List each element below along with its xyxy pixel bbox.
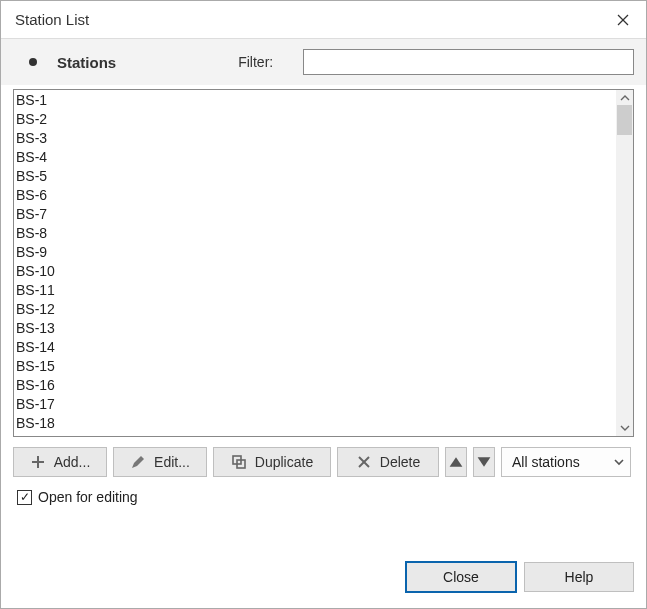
- list-item[interactable]: BS-13: [16, 319, 614, 338]
- duplicate-button-label: Duplicate: [255, 454, 313, 470]
- list-item[interactable]: BS-11: [16, 281, 614, 300]
- plus-icon: [30, 454, 46, 470]
- station-filter-select[interactable]: All stations: [501, 447, 631, 477]
- svg-marker-8: [450, 457, 463, 467]
- delete-button[interactable]: Delete: [337, 447, 439, 477]
- add-button-label: Add...: [54, 454, 91, 470]
- help-button[interactable]: Help: [524, 562, 634, 592]
- list-item[interactable]: BS-18: [16, 414, 614, 433]
- list-item[interactable]: BS-4: [16, 148, 614, 167]
- scroll-track[interactable]: [616, 103, 633, 423]
- move-up-button[interactable]: [445, 447, 467, 477]
- list-item[interactable]: BS-6: [16, 186, 614, 205]
- pencil-icon: [130, 454, 146, 470]
- footer: Close Help: [1, 546, 646, 608]
- station-list-dialog: Station List Stations Filter: BS-1BS-2BS…: [0, 0, 647, 609]
- triangle-down-icon: [476, 454, 492, 470]
- svg-marker-9: [478, 457, 491, 467]
- edit-button[interactable]: Edit...: [113, 447, 207, 477]
- list-item[interactable]: BS-14: [16, 338, 614, 357]
- list-item[interactable]: BS-16: [16, 376, 614, 395]
- list-item[interactable]: BS-12: [16, 300, 614, 319]
- list-item[interactable]: BS-10: [16, 262, 614, 281]
- bullet-icon: [29, 58, 37, 66]
- list-item[interactable]: BS-17: [16, 395, 614, 414]
- list-item[interactable]: BS-9: [16, 243, 614, 262]
- duplicate-button[interactable]: Duplicate: [213, 447, 331, 477]
- stations-heading: Stations: [57, 54, 116, 71]
- duplicate-icon: [231, 454, 247, 470]
- delete-button-label: Delete: [380, 454, 420, 470]
- list-item[interactable]: BS-1: [16, 91, 614, 110]
- close-button[interactable]: Close: [406, 562, 516, 592]
- triangle-up-icon: [448, 454, 464, 470]
- window-title: Station List: [15, 11, 600, 28]
- station-list[interactable]: BS-1BS-2BS-3BS-4BS-5BS-6BS-7BS-8BS-9BS-1…: [14, 90, 616, 436]
- titlebar: Station List: [1, 1, 646, 39]
- toolbar: Add... Edit... Duplicate: [1, 443, 646, 485]
- edit-button-label: Edit...: [154, 454, 190, 470]
- open-for-editing-checkbox[interactable]: ✓: [17, 490, 32, 505]
- open-for-editing-row[interactable]: ✓ Open for editing: [1, 485, 646, 505]
- chevron-down-icon: [614, 454, 624, 470]
- scroll-thumb[interactable]: [617, 105, 632, 135]
- scrollbar[interactable]: [616, 90, 633, 436]
- filter-input[interactable]: [303, 49, 634, 75]
- x-icon: [356, 454, 372, 470]
- close-icon: [617, 14, 629, 26]
- help-button-label: Help: [565, 569, 594, 585]
- list-item[interactable]: BS-2: [16, 110, 614, 129]
- list-item[interactable]: BS-5: [16, 167, 614, 186]
- open-for-editing-label: Open for editing: [38, 489, 138, 505]
- move-down-button[interactable]: [473, 447, 495, 477]
- close-button-label: Close: [443, 569, 479, 585]
- list-item[interactable]: BS-3: [16, 129, 614, 148]
- list-item[interactable]: BS-15: [16, 357, 614, 376]
- station-filter-select-label: All stations: [512, 454, 580, 470]
- station-list-container: BS-1BS-2BS-3BS-4BS-5BS-6BS-7BS-8BS-9BS-1…: [13, 89, 634, 437]
- window-close-button[interactable]: [600, 1, 646, 38]
- scroll-up-icon: [620, 93, 630, 103]
- header-row: Stations Filter:: [1, 39, 646, 85]
- filter-label: Filter:: [238, 54, 273, 70]
- list-item[interactable]: BS-7: [16, 205, 614, 224]
- list-item[interactable]: BS-8: [16, 224, 614, 243]
- add-button[interactable]: Add...: [13, 447, 107, 477]
- scroll-down-icon: [620, 423, 630, 433]
